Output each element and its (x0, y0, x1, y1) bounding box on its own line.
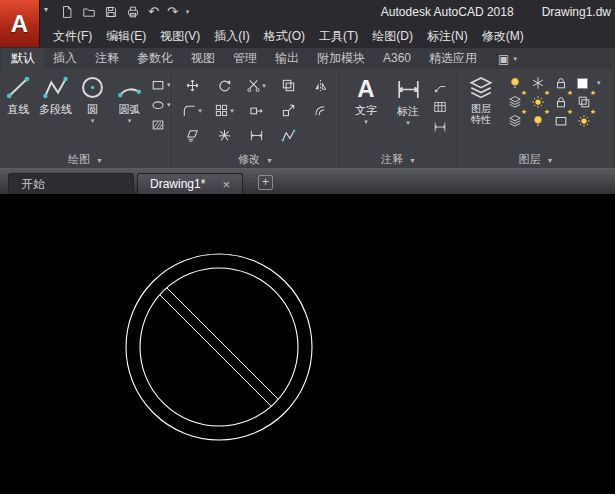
plot-icon[interactable] (126, 5, 140, 19)
tab-close-icon[interactable]: × (222, 178, 230, 191)
menu-insert[interactable]: 插入(I) (207, 25, 256, 48)
quick-access-toolbar: ↶ ↷ ▾ (60, 5, 189, 19)
text-flyout-caret-icon[interactable]: ▾ (364, 118, 368, 126)
annotate-panel-label[interactable]: 注释 ▼ (340, 152, 457, 168)
layer-lock-icon[interactable] (554, 76, 568, 90)
circle-tool-button[interactable]: 圆 ▾ (74, 69, 111, 152)
new-drawing-button[interactable]: + (258, 175, 273, 190)
tab-start[interactable]: 开始 (8, 173, 134, 194)
array-tool-icon[interactable]: ▾ (214, 103, 234, 118)
draw-panel: 直线 多段线 圆 ▾ 圆弧 ▾ (0, 69, 172, 168)
divide-tool-icon[interactable] (281, 128, 296, 143)
line-tool-button[interactable]: 直线 (0, 69, 37, 152)
menu-modify[interactable]: 修改(M) (475, 25, 531, 48)
ellipse-icon (151, 98, 165, 112)
table-tool-button[interactable] (433, 100, 447, 114)
circle-flyout-caret-icon[interactable]: ▾ (91, 117, 95, 125)
scale-tool-icon[interactable] (281, 103, 296, 118)
ribbon-options-caret-icon: ▾ (513, 55, 517, 63)
ribbon-options-button[interactable]: ▣ ▾ (498, 48, 517, 69)
open-file-icon[interactable] (82, 5, 96, 19)
layer-thaw-icon[interactable] (577, 114, 591, 128)
menu-edit[interactable]: 编辑(E) (99, 25, 153, 48)
autocad-logo: A (11, 10, 28, 38)
leader-tool-button[interactable] (433, 80, 447, 94)
dimension-tool-button[interactable]: 标注 ▾ (386, 71, 430, 152)
ribbon-tab-output[interactable]: 输出 (266, 48, 308, 69)
explode-tool-icon[interactable] (217, 128, 232, 143)
ribbon-tab-manage[interactable]: 管理 (224, 48, 266, 69)
polyline-tool-button[interactable]: 多段线 (37, 69, 74, 152)
rotate-tool-icon[interactable] (217, 78, 232, 93)
text-tool-button[interactable]: A 文字 ▾ (346, 71, 386, 152)
line-tool-label: 直线 (8, 102, 30, 117)
menu-dimension[interactable]: 标注(N) (420, 25, 475, 48)
layer-properties-label: 图层特性 (468, 103, 494, 125)
tab-drawing1-label: Drawing1* (150, 177, 205, 191)
menubar: 文件(F) 编辑(E) 视图(V) 插入(I) 格式(O) 工具(T) 绘图(D… (46, 25, 615, 48)
layers-panel-label[interactable]: 图层 ▼ (458, 152, 614, 168)
app-menu-caret-icon[interactable]: ▾ (44, 5, 48, 14)
dimension-style-button[interactable] (433, 120, 447, 134)
mirror-tool-icon[interactable] (313, 78, 328, 93)
modify-panel-label-text: 修改 (238, 153, 260, 165)
ribbon-tab-addins[interactable]: 附加模块 (308, 48, 374, 69)
arc-tool-button[interactable]: 圆弧 ▾ (111, 69, 148, 152)
ribbon-tab-parametric[interactable]: 参数化 (128, 48, 182, 69)
layer-on-off-icon[interactable] (508, 76, 522, 90)
app-menu-button[interactable]: A (0, 0, 40, 47)
ribbon-tab-featured-apps[interactable]: 精选应用 (420, 48, 486, 69)
layer-color-swatch[interactable] (577, 78, 588, 89)
tab-drawing1[interactable]: Drawing1* × (137, 173, 243, 194)
menu-format[interactable]: 格式(O) (257, 25, 312, 48)
layer-lock-fade-icon[interactable] (554, 95, 568, 109)
menu-file[interactable]: 文件(F) (46, 25, 99, 48)
ribbon-tab-view[interactable]: 视图 (182, 48, 224, 69)
redo-icon[interactable]: ↷ (167, 5, 178, 19)
new-file-icon[interactable] (60, 5, 74, 19)
modify-panel-caret-icon: ▼ (266, 157, 273, 164)
menu-view[interactable]: 视图(V) (153, 25, 207, 48)
offset-tool-icon[interactable] (313, 103, 328, 118)
ribbon-tab-home[interactable]: 默认 (2, 48, 44, 69)
layer-tools: ▾ (504, 69, 601, 152)
dimension-flyout-caret-icon[interactable]: ▾ (406, 119, 410, 127)
undo-icon[interactable]: ↶ (148, 5, 159, 19)
layer-match-icon[interactable] (577, 95, 591, 109)
move-tool-icon[interactable] (185, 78, 200, 93)
layer-freeze-icon[interactable] (531, 76, 545, 90)
measure-tool-icon[interactable] (249, 128, 264, 143)
arc-flyout-caret-icon[interactable]: ▾ (128, 117, 132, 125)
modify-panel-label[interactable]: 修改 ▼ (172, 152, 339, 168)
copy-tool-icon[interactable] (281, 78, 296, 93)
layer-merge-icon[interactable] (554, 114, 568, 128)
ribbon-tab-annotate[interactable]: 注释 (86, 48, 128, 69)
hatch-icon (151, 118, 165, 132)
qat-dropdown-icon[interactable]: ▾ (186, 8, 190, 16)
draw-panel-label[interactable]: 绘图 ▼ (0, 152, 171, 168)
dimension-icon (395, 76, 422, 103)
menu-draw[interactable]: 绘图(D) (365, 25, 420, 48)
ribbon-tab-insert[interactable]: 插入 (44, 48, 86, 69)
fillet-tool-icon[interactable]: ▾ (182, 103, 202, 118)
layer-properties-button[interactable]: 图层特性 (458, 69, 504, 152)
layer-dropdown-caret-icon[interactable]: ▾ (597, 79, 601, 87)
save-icon[interactable] (104, 5, 118, 19)
drawing-canvas[interactable] (0, 194, 615, 494)
rectangle-tool-button[interactable]: ▾ (151, 78, 171, 92)
layer-state-icon[interactable] (508, 95, 522, 109)
autocad-window: A ▾ ↶ ↷ ▾ Autodesk AutoCAD 2018 Drawing1… (0, 0, 615, 494)
menu-tools[interactable]: 工具(T) (312, 25, 365, 48)
rectangle-icon (151, 78, 165, 92)
layer-on-all-icon[interactable] (531, 114, 545, 128)
layer-isolate-icon[interactable] (531, 95, 545, 109)
stretch-tool-icon[interactable] (249, 103, 264, 118)
ellipse-tool-button[interactable]: ▾ (151, 98, 171, 112)
ribbon-tab-a360[interactable]: A360 (374, 48, 420, 69)
arc-icon (116, 74, 143, 101)
ellipse-caret-icon: ▾ (167, 101, 171, 109)
layer-walk-icon[interactable] (508, 114, 522, 128)
hatch-tool-button[interactable] (151, 118, 171, 132)
erase-tool-icon[interactable] (185, 128, 200, 143)
trim-tool-icon[interactable]: ▾ (246, 78, 266, 93)
